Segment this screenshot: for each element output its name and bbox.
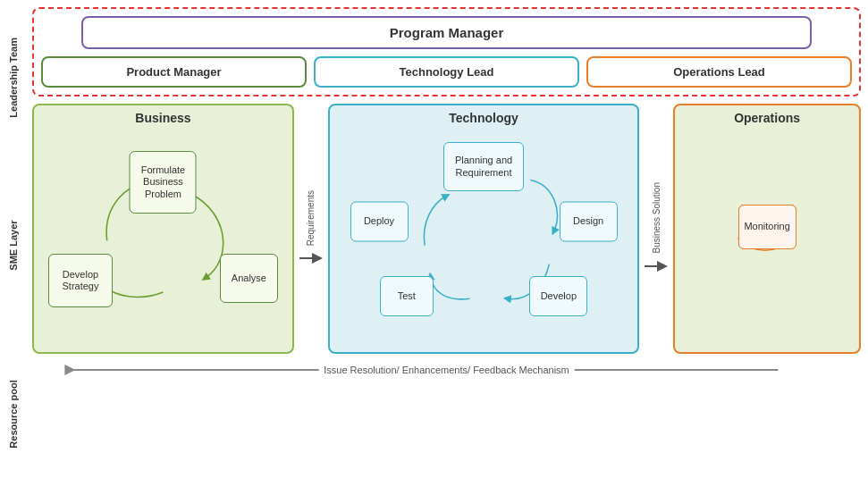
content-area: Program Manager Product Manager Technolo… [32, 7, 861, 382]
technology-panel: Technology [328, 104, 639, 354]
business-solution-arrow-svg [643, 257, 670, 275]
formulate-label: FormulateBusinessProblem [141, 164, 186, 200]
operations-lead-box: Operations Lead [586, 56, 852, 88]
side-labels: Leadership Team SME Layer Resource pool [0, 0, 27, 495]
deploy-label: Deploy [364, 215, 394, 227]
business-title: Business [39, 111, 287, 125]
operations-cycle: Reporting Monitoring [680, 129, 854, 338]
technology-lead-label: Technology Lead [400, 65, 494, 79]
requirements-arrow [298, 249, 324, 267]
program-manager-box: Program Manager [81, 16, 811, 49]
label-resource: Resource pool [0, 334, 27, 495]
planning-node: Planning andRequirement [443, 142, 524, 191]
test-node: Test [380, 276, 434, 316]
requirements-arrow-container: Requirements [294, 104, 328, 354]
test-label: Test [398, 290, 416, 302]
business-solution-label: Business Solution [652, 182, 662, 254]
business-solution-arrow [643, 257, 670, 275]
monitoring-label: Monitoring [744, 221, 789, 232]
product-manager-label: Product Manager [126, 65, 221, 79]
requirements-label: Requirements [306, 190, 316, 246]
business-cycle: FormulateBusinessProblem DevelopStrategy… [39, 129, 287, 334]
label-leadership: Leadership Team [0, 0, 27, 156]
operations-title: Operations [680, 111, 854, 125]
deploy-node: Deploy [350, 201, 409, 241]
planning-label: Planning andRequirement [455, 155, 512, 178]
requirements-arrow-svg [298, 249, 324, 267]
program-manager-row: Program Manager [41, 16, 852, 49]
roles-row: Product Manager Technology Lead Operatio… [41, 56, 852, 88]
operations-lead-label: Operations Lead [673, 65, 765, 79]
develop-strategy-label: DevelopStrategy [63, 269, 99, 292]
design-label: Design [573, 215, 603, 227]
develop-strategy-node: DevelopStrategy [48, 254, 113, 307]
feedback-text: Issue Resolution/ Enhancements/ Feedback… [318, 365, 575, 375]
formulate-node: FormulateBusinessProblem [130, 151, 197, 214]
label-sme: SME Layer [0, 156, 27, 335]
technology-lead-box: Technology Lead [314, 56, 579, 88]
business-panel: Business [32, 104, 294, 354]
main-container: Leadership Team SME Layer Resource pool … [0, 0, 868, 495]
feedback-bar: Issue Resolution/ Enhancements/ Feedback… [32, 357, 861, 382]
leadership-box: Program Manager Product Manager Technolo… [32, 7, 861, 96]
develop-label: Develop [541, 290, 577, 302]
program-manager-label: Program Manager [390, 25, 504, 40]
design-node: Design [560, 201, 618, 241]
product-manager-box: Product Manager [41, 56, 307, 88]
business-solution-arrow-container: Business Solution [639, 104, 673, 354]
operations-panel: Operations Reporting Monitoring [673, 104, 861, 354]
technology-title: Technology [335, 111, 632, 125]
analyse-label: Analyse [232, 273, 266, 284]
technology-cycle: Planning andRequirement Deploy Design Te… [335, 129, 632, 334]
monitoring-node: Monitoring [738, 205, 796, 249]
analyse-node: Analyse [220, 254, 278, 303]
develop-node: Develop [529, 276, 587, 316]
